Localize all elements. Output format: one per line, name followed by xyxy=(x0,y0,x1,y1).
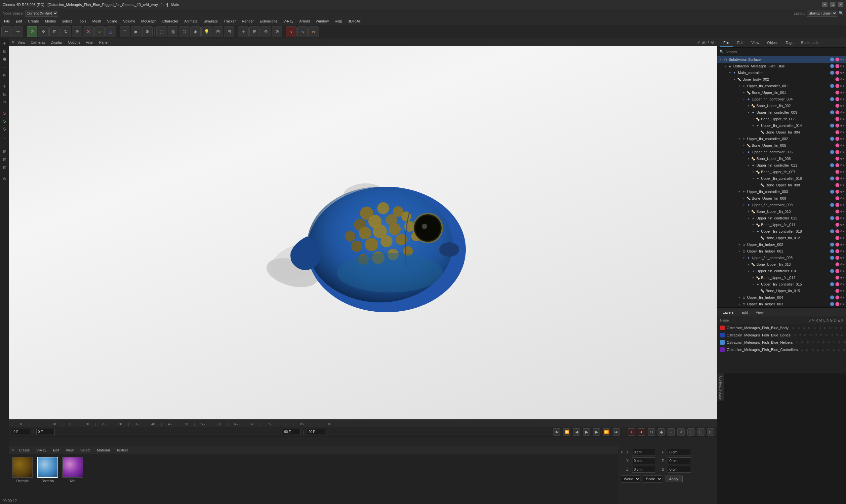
start-frame-input[interactable] xyxy=(36,429,55,435)
tree-item[interactable]: ▾✦Upper_fin_controller_008⊘● xyxy=(717,202,846,208)
material-item-1[interactable]: Ostracio xyxy=(37,457,58,483)
layout-select[interactable]: Startup (User) xyxy=(807,10,838,17)
tree-expand-arrow[interactable]: ▾ xyxy=(751,229,755,233)
menu-create[interactable]: Create xyxy=(25,18,42,24)
layer-dot[interactable] xyxy=(830,229,834,233)
visibility-dot[interactable] xyxy=(835,249,840,253)
tree-item[interactable]: ▾⊙Upper_fin_helper_003⊘● xyxy=(717,301,846,307)
visibility-dot[interactable] xyxy=(835,97,840,101)
tree-expand-arrow[interactable]: ▾ xyxy=(723,64,727,68)
layer-item[interactable]: Ostracion_Meleagris_Fish_Blue_Bones⊙⊙⊙⊙⊙… xyxy=(717,331,846,339)
layer-toggle-icon[interactable]: ⊙ xyxy=(840,333,845,338)
viewport-menu-icon[interactable]: ≡ xyxy=(12,40,14,44)
layer-dot[interactable] xyxy=(830,57,834,61)
tree-item[interactable]: ▾⬡Subdivision Surface⊘● xyxy=(717,56,846,63)
apply-button[interactable]: Apply xyxy=(665,475,683,482)
tree-item[interactable]: ▾🦴Bone_Upper_fin_001⊘● xyxy=(717,89,846,96)
perspective-btn[interactable]: ⬚ xyxy=(156,26,167,37)
tab-view[interactable]: View xyxy=(748,39,763,47)
close-button[interactable]: ✕ xyxy=(838,2,843,7)
visibility-dot[interactable] xyxy=(835,71,840,75)
layer-dot[interactable] xyxy=(830,137,834,141)
no-entry-icon[interactable]: ⊘ xyxy=(840,104,843,107)
search-input[interactable] xyxy=(725,50,844,54)
left-tool-brush[interactable]: ⌒ xyxy=(1,137,8,144)
left-tool-scale[interactable]: ⊡ xyxy=(1,91,8,98)
end-frame-input[interactable] xyxy=(283,429,301,435)
tab-file[interactable]: File xyxy=(720,39,733,47)
axis-btn[interactable]: ⊛ xyxy=(260,26,271,37)
no-entry-icon[interactable]: ⊘ xyxy=(840,216,843,220)
no-entry-icon[interactable]: ⊘ xyxy=(840,91,843,94)
play-btn[interactable]: ▶ xyxy=(583,428,590,436)
tree-item[interactable]: ▾🦴Bone_Upper_fin_010⊘● xyxy=(717,208,846,215)
left-tool-model[interactable]: ◈ xyxy=(1,40,8,47)
layer-toggle-icon[interactable]: ⊙ xyxy=(810,347,815,352)
no-entry-icon[interactable]: ⊘ xyxy=(840,289,843,292)
tree-item[interactable]: ▾✦Upper_fin_controller_004⊘● xyxy=(717,96,846,103)
tree-item[interactable]: ▾🦴Bone_Upper_fin_007⊘● xyxy=(717,168,846,175)
tree-expand-arrow[interactable]: ▾ xyxy=(746,163,751,167)
no-entry-icon[interactable]: ⊘ xyxy=(840,256,843,259)
scale-keyframe-btn[interactable]: ⊞ xyxy=(687,428,695,436)
layer-dot[interactable] xyxy=(830,110,834,114)
undo-button[interactable]: ↩ xyxy=(1,26,12,37)
tree-expand-arrow[interactable] xyxy=(756,289,760,293)
visibility-dot[interactable] xyxy=(835,242,840,247)
no-entry-icon[interactable]: ⊘ xyxy=(840,197,843,200)
no-entry-icon[interactable]: ⊘ xyxy=(840,177,843,180)
layer-toggle-icon[interactable]: ⊙ xyxy=(795,340,799,345)
rot-keyframe-btn[interactable]: ↺ xyxy=(678,428,685,436)
node-space-select[interactable]: Current (V-Ray) xyxy=(25,10,58,17)
menu-arnold[interactable]: Arnold xyxy=(296,18,312,24)
menu-window[interactable]: Window xyxy=(313,18,331,24)
visibility-dot[interactable] xyxy=(835,289,840,293)
python2-btn[interactable]: Py xyxy=(308,26,319,37)
menu-select[interactable]: Select xyxy=(59,18,75,24)
layer-toggle-icon[interactable]: ⊙ xyxy=(800,347,804,352)
tree-expand-arrow[interactable]: ▾ xyxy=(746,157,751,161)
no-entry-icon[interactable]: ⊘ xyxy=(840,243,843,246)
render-settings-btn[interactable]: ⚙ xyxy=(142,26,153,37)
visibility-dot[interactable] xyxy=(835,295,840,300)
tree-expand-arrow[interactable]: ▾ xyxy=(751,124,755,128)
redo-button[interactable]: ↪ xyxy=(13,26,23,37)
layer-toggle-icon[interactable]: ⊙ xyxy=(802,326,806,330)
visibility-dot[interactable] xyxy=(835,137,840,141)
grid-snap-btn[interactable]: ⊞ xyxy=(249,26,260,37)
tree-item[interactable]: ▾✦Upper_fin_controller_002⊘● xyxy=(717,136,846,142)
tree-item[interactable]: ▾◈Ostracion_Meleagris_Fish_Blue⊘● xyxy=(717,63,846,69)
prev-keyframe-btn[interactable]: ◀ xyxy=(573,428,580,436)
visibility-dot[interactable] xyxy=(835,276,840,280)
timeline-settings-btn[interactable]: ⊡ xyxy=(697,428,704,436)
tree-item[interactable]: ▾✦Upper_fin_controller_014⊘● xyxy=(717,122,846,129)
tree-item[interactable]: ▾🦴Bone_Upper_fin_013⊘● xyxy=(717,261,846,268)
rot-b-input[interactable] xyxy=(668,466,691,473)
mat-view-menu[interactable]: View xyxy=(64,448,76,453)
tree-item[interactable]: ▾✦Upper_fin_controller_018⊘● xyxy=(717,228,846,235)
tool-x[interactable]: ✕ xyxy=(83,26,93,37)
left-tool-move[interactable]: ✛ xyxy=(1,83,8,90)
tab-layers[interactable]: Layers xyxy=(720,309,736,316)
left-tool-s2[interactable]: S xyxy=(1,118,8,125)
menu-vray[interactable]: V-Ray xyxy=(281,18,296,24)
layer-toggle-icon[interactable]: ⊙ xyxy=(811,340,815,345)
vp-display-menu[interactable]: Display xyxy=(49,40,65,45)
vp-panel-menu[interactable]: Panel xyxy=(97,40,110,45)
menu-tracker[interactable]: Tracker xyxy=(221,18,239,24)
visibility-dot[interactable] xyxy=(835,150,840,154)
layer-dot[interactable] xyxy=(830,190,834,194)
no-entry-icon[interactable]: ⊘ xyxy=(840,71,843,74)
layer-toggle-icon[interactable]: ⊙ xyxy=(817,326,822,330)
tree-expand-arrow[interactable]: ▾ xyxy=(746,269,751,273)
no-entry-icon[interactable]: ⊘ xyxy=(840,296,843,299)
visibility-dot[interactable] xyxy=(835,183,840,187)
content-browser-tab[interactable]: Content Browser xyxy=(717,374,724,400)
no-entry-icon[interactable]: ⊘ xyxy=(840,269,843,273)
layer-dot[interactable] xyxy=(830,256,834,260)
no-entry-icon[interactable]: ⊘ xyxy=(840,97,843,101)
layer-toggle-icon[interactable]: ⊙ xyxy=(837,340,842,345)
layer-dot[interactable] xyxy=(830,124,834,128)
auto-record-btn[interactable]: ● xyxy=(638,428,645,436)
material-item-2[interactable]: Mat xyxy=(62,457,83,483)
